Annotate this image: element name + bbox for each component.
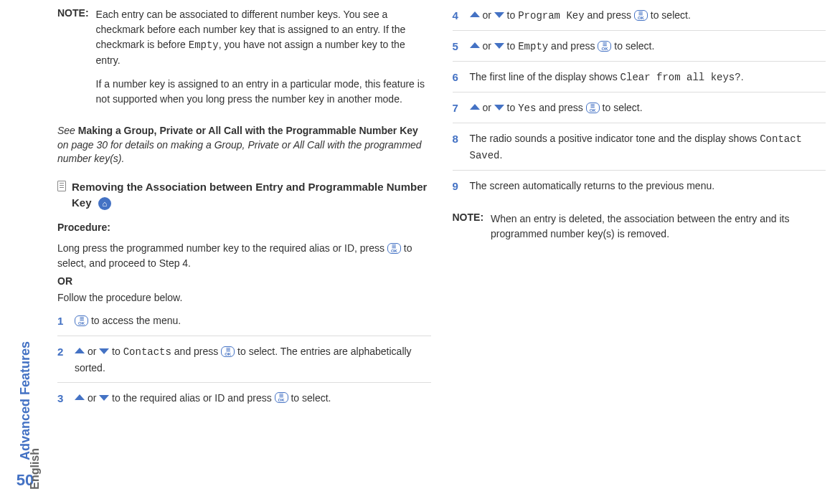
step-number: 8 (453, 130, 463, 164)
step: 8The radio sounds a positive indicator t… (453, 130, 826, 171)
down-arrow-icon (494, 12, 504, 18)
step-number: 3 (57, 390, 67, 407)
step-text: . (741, 71, 744, 82)
display-text: Clear from all keys? (620, 72, 741, 83)
step: 6The first line of the display shows Cle… (453, 69, 826, 92)
see-bold-title: Making a Group, Private or All Call with… (78, 125, 418, 136)
step: 3 or to the required alias or ID and pre… (57, 390, 431, 413)
sidebar: Advanced Features English 50 (0, 0, 50, 504)
step-body: or to Contacts and press to select. The … (75, 343, 431, 376)
up-arrow-icon (75, 394, 85, 400)
step-text: to select. (648, 9, 691, 21)
ok-button-icon (75, 315, 88, 326)
language-label: English (29, 448, 42, 490)
note-paragraph-2: If a number key is assigned to an entry … (96, 77, 431, 107)
step-text: to (504, 102, 518, 113)
note-label-right: NOTE: (453, 211, 484, 250)
or-word: or (480, 40, 494, 52)
note-text: Each entry can be associated to differen… (96, 7, 431, 115)
step-body: The first line of the display shows Clea… (470, 69, 826, 86)
procedure-label: Procedure: (57, 220, 431, 235)
step-number: 1 (57, 313, 67, 330)
note-right-text: When an entry is deleted, the associatio… (491, 211, 826, 242)
step-text: and press (585, 9, 634, 21)
step-number: 9 (453, 178, 463, 195)
step-text: to (109, 346, 123, 357)
step-body: or to Empty and press to select. (470, 38, 826, 55)
step-body: or to Yes and press to select. (470, 100, 826, 117)
step-body: The radio sounds a positive indicator to… (470, 130, 826, 164)
down-arrow-icon (494, 43, 504, 49)
down-arrow-icon (99, 348, 109, 354)
display-text: Empty (518, 41, 548, 52)
or-word: or (480, 9, 494, 21)
content-area: NOTE: Each entry can be associated to di… (50, 0, 840, 504)
step-number: 5 (453, 38, 463, 55)
step-text: . (500, 149, 503, 161)
step: 2 or to Contacts and press to select. Th… (57, 343, 431, 383)
left-steps-list: 1 to access the menu.2 or to Contacts an… (57, 313, 431, 413)
step-text: and press (171, 346, 221, 357)
or-word: or (85, 392, 99, 404)
ok-button-icon (586, 103, 600, 113)
down-arrow-icon (494, 105, 504, 110)
step-text: The radio sounds a positive indicator to… (470, 133, 760, 144)
see-prefix: See (57, 125, 78, 136)
step-number: 6 (453, 69, 463, 86)
heading-label: Removing the Association between Entry a… (72, 181, 427, 209)
step-number: 7 (453, 100, 463, 117)
see-reference: See Making a Group, Private or All Call … (57, 124, 431, 166)
step: 1 to access the menu. (57, 313, 431, 336)
page-container: Advanced Features English 50 NOTE: Each … (0, 0, 840, 504)
ok-button-icon (275, 392, 288, 403)
or-word: or (85, 346, 99, 357)
step-text: and press (548, 40, 598, 52)
document-icon (57, 181, 66, 191)
note-text-right: When an entry is deleted, the associatio… (491, 211, 826, 250)
step-body: to access the menu. (75, 313, 431, 330)
heading-text: Removing the Association between Entry a… (72, 179, 431, 211)
step-number: 2 (57, 343, 67, 376)
step-number: 4 (453, 7, 463, 24)
step-text: to (504, 9, 518, 21)
display-text: Contacts (123, 346, 171, 358)
step: 9The screen automatically returns to the… (453, 178, 826, 201)
ok-button-icon (221, 346, 235, 357)
step: 4 or to Program Key and press to select. (453, 7, 826, 31)
step-text: The first line of the display shows (470, 71, 620, 82)
note-block: NOTE: Each entry can be associated to di… (57, 7, 431, 115)
step-text: to (504, 40, 518, 52)
note-label: NOTE: (57, 7, 89, 115)
step-body: The screen automatically returns to the … (470, 178, 826, 195)
section-heading: Removing the Association between Entry a… (57, 179, 431, 211)
or-label: OR (57, 274, 431, 289)
up-arrow-icon (75, 348, 85, 353)
step: 7 or to Yes and press to select. (453, 100, 826, 123)
up-arrow-icon (470, 11, 480, 17)
up-arrow-icon (470, 104, 480, 110)
ok-button-icon (634, 10, 648, 21)
ok-button-icon (387, 243, 401, 254)
step-text: to the required alias or ID and press (109, 392, 274, 404)
step-body: or to Program Key and press to select. (470, 7, 826, 24)
procedure-text: Long press the programmed number key to … (57, 241, 431, 271)
section-label: Advanced Features (18, 341, 33, 460)
up-arrow-icon (470, 42, 480, 48)
step-text: to select. (611, 40, 654, 52)
or-word: or (480, 102, 494, 113)
note-block-right: NOTE: When an entry is deleted, the asso… (453, 211, 826, 250)
step-text: to select. (600, 102, 643, 113)
step-text: and press (536, 102, 585, 113)
follow-text: Follow the procedure below. (57, 290, 431, 305)
step-body: or to the required alias or ID and press… (75, 390, 431, 407)
proc-text-a: Long press the programmed number key to … (57, 242, 387, 254)
display-text: Yes (518, 103, 536, 114)
down-arrow-icon (99, 395, 109, 401)
display-text: Program Key (518, 10, 584, 22)
ok-button-icon (598, 41, 611, 52)
see-suffix: on page 30 for details on making a Group… (57, 139, 422, 165)
right-column: 4 or to Program Key and press to select.… (453, 7, 826, 490)
step-text: The screen automatically returns to the … (470, 180, 715, 191)
display-text-empty: Empty (189, 39, 219, 51)
step-text: to select. (288, 392, 331, 404)
